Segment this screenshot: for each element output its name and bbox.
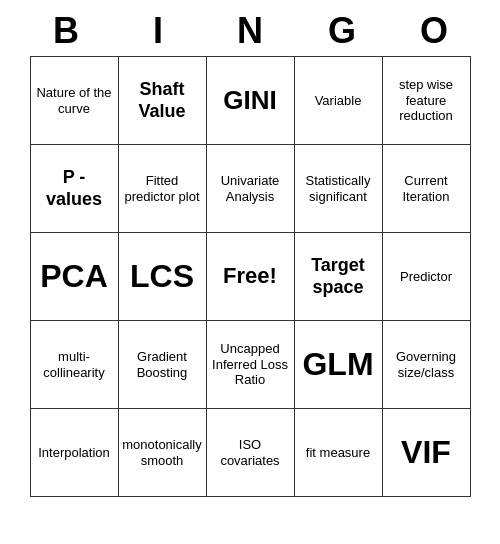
- letter-g: G: [298, 10, 386, 52]
- letter-n: N: [206, 10, 294, 52]
- letter-i: I: [114, 10, 202, 52]
- cell-1-2: Univariate Analysis: [207, 145, 295, 233]
- letter-b: B: [22, 10, 110, 52]
- cell-3-3: GLM: [295, 321, 383, 409]
- cell-1-3: Statistically significant: [295, 145, 383, 233]
- cell-0-1: Shaft Value: [119, 57, 207, 145]
- cell-0-2: GINI: [207, 57, 295, 145]
- cell-3-1: Gradient Boosting: [119, 321, 207, 409]
- cell-4-1: monotonically smooth: [119, 409, 207, 497]
- cell-2-2: Free!: [207, 233, 295, 321]
- cell-0-3: Variable: [295, 57, 383, 145]
- cell-1-0: P - values: [31, 145, 119, 233]
- cell-2-4: Predictor: [383, 233, 471, 321]
- cell-3-4: Governing size/class: [383, 321, 471, 409]
- cell-2-1: LCS: [119, 233, 207, 321]
- cell-4-0: Interpolation: [31, 409, 119, 497]
- letter-o: O: [390, 10, 478, 52]
- cell-4-3: fit measure: [295, 409, 383, 497]
- cell-1-4: Current Iteration: [383, 145, 471, 233]
- cell-1-1: Fitted predictor plot: [119, 145, 207, 233]
- cell-4-4: VIF: [383, 409, 471, 497]
- cell-4-2: ISO covariates: [207, 409, 295, 497]
- bingo-title: B I N G O: [20, 10, 480, 52]
- cell-3-2: Uncapped Inferred Loss Ratio: [207, 321, 295, 409]
- cell-0-0: Nature of the curve: [31, 57, 119, 145]
- cell-3-0: multi-collinearity: [31, 321, 119, 409]
- cell-2-0: PCA: [31, 233, 119, 321]
- cell-2-3: Target space: [295, 233, 383, 321]
- bingo-grid: Nature of the curve Shaft Value GINI Var…: [30, 56, 471, 497]
- cell-0-4: step wise feature reduction: [383, 57, 471, 145]
